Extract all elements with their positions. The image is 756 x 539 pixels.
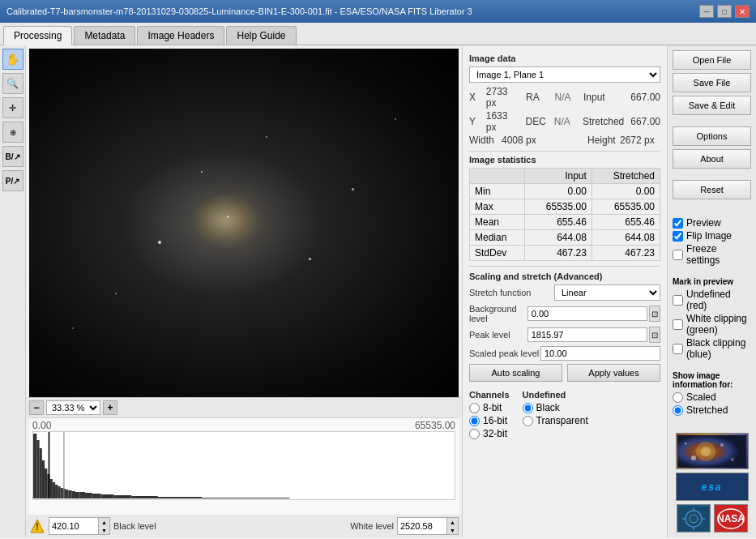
undefined-title: Undefined: [523, 390, 588, 400]
freeze-settings-checkbox[interactable]: [673, 250, 683, 260]
preview-checkbox[interactable]: [673, 218, 683, 229]
x-label: X: [469, 92, 480, 103]
black-level-label: Black level: [113, 521, 156, 531]
undefined-red-checkbox[interactable]: [673, 295, 683, 306]
stretched-radio-label: Stretched: [686, 404, 728, 416]
undefined-col: Undefined Black Transparent: [523, 387, 588, 441]
scaled-radio-label: Scaled: [686, 391, 716, 403]
stretch-function-row: Stretch function Linear: [469, 284, 660, 301]
svg-rect-13: [68, 490, 71, 498]
stat-stretched: 644.08: [592, 230, 660, 246]
zoom-select[interactable]: 33.33 % 50% 100%: [46, 400, 100, 415]
options-button[interactable]: Options: [673, 126, 751, 146]
tab-image-headers[interactable]: Image Headers: [137, 26, 224, 45]
color-tool-button[interactable]: ⊕: [2, 122, 23, 143]
zoom-out-button[interactable]: −: [29, 400, 44, 415]
channel-16bit-radio[interactable]: [469, 416, 480, 426]
stat-input: 65535.00: [525, 199, 592, 215]
svg-rect-12: [66, 490, 68, 498]
channel-32bit-radio[interactable]: [469, 429, 480, 439]
table-row: Median 644.08 644.08: [470, 230, 660, 246]
white-level-input[interactable]: 2520.58: [398, 520, 446, 533]
black-level-input-wrap: 420.10 ▲ ▼: [49, 517, 110, 535]
svg-rect-22: [158, 497, 202, 498]
undefined-red-label: Undefined (red): [686, 289, 751, 311]
dec-label: DEC: [526, 116, 548, 127]
content-area: ✋ 🔍 ✛ ⊕ B/↗ P/↗: [0, 45, 756, 537]
save-edit-button[interactable]: Save & Edit: [673, 96, 751, 115]
maximize-button[interactable]: □: [717, 5, 732, 18]
undefined-transparent-radio[interactable]: [523, 416, 533, 426]
crosshair-tool-button[interactable]: ✛: [2, 97, 23, 118]
auto-apply-row: Auto scaling Apply values: [469, 364, 660, 382]
image-section: − 33.33 % 50% 100% + 0.00 65535.00: [26, 45, 462, 537]
histogram-canvas: [32, 431, 455, 500]
stat-stretched: 65535.00: [592, 199, 660, 215]
scaling-section: Scaling and stretch (Advanced) Stretch f…: [469, 272, 660, 382]
scaled-radio[interactable]: [673, 392, 683, 403]
auto-scaling-button[interactable]: Auto scaling: [469, 364, 562, 382]
title-bar: Calibrated-T7-barsmonster-m78-20131029-0…: [0, 0, 756, 23]
image-plane-select[interactable]: Image 1, Plane 1: [469, 66, 660, 83]
image-viewport: [29, 49, 459, 397]
channel-8bit-radio[interactable]: [469, 403, 480, 413]
svg-rect-18: [92, 494, 101, 498]
reset-button[interactable]: Reset: [673, 180, 751, 199]
svg-rect-4: [45, 468, 47, 498]
channel-32bit-row: 32-bit: [469, 428, 510, 439]
white-level-down-button[interactable]: ▼: [446, 526, 458, 534]
peak-level-auto-button[interactable]: ⊡: [649, 327, 660, 343]
black-level-input[interactable]: 420.10: [49, 520, 98, 533]
black-level-down-button[interactable]: ▼: [98, 526, 109, 534]
svg-rect-3: [42, 460, 45, 498]
stat-label: StdDev: [470, 246, 525, 261]
svg-rect-6: [50, 479, 53, 498]
minimize-button[interactable]: ─: [699, 5, 714, 18]
nasa-logo: NASA: [714, 504, 748, 533]
channels-title: Channels: [469, 390, 510, 400]
background-level-input[interactable]: [527, 306, 647, 321]
background-level-auto-button[interactable]: ⊡: [649, 306, 660, 322]
col-input: Input: [525, 169, 592, 184]
peak-level-row: Peak level ⊡: [469, 327, 660, 343]
white-level-label: White level: [350, 521, 394, 531]
white-clipping-checkbox[interactable]: [673, 319, 683, 330]
svg-rect-23: [202, 498, 289, 498]
black-clipping-row: Black clipping (blue): [673, 337, 751, 360]
white-level-up-button[interactable]: ▲: [446, 518, 458, 526]
black-clipping-label: Black clipping (blue): [686, 337, 751, 360]
tab-help-guide[interactable]: Help Guide: [226, 26, 296, 45]
width-value: 4008 px: [502, 135, 542, 146]
stat-label: Median: [470, 230, 525, 246]
save-file-button[interactable]: Save File: [673, 73, 751, 92]
black-clipping-checkbox[interactable]: [673, 344, 683, 354]
b-tool-button[interactable]: B/↗: [2, 146, 23, 167]
scaled-peak-input[interactable]: [540, 346, 660, 361]
peak-level-input[interactable]: [527, 327, 647, 342]
window-controls: ─ □ ✕: [699, 5, 750, 18]
col-stretched: Stretched: [592, 169, 660, 184]
table-row: Min 0.00 0.00: [470, 184, 660, 199]
about-button[interactable]: About: [673, 149, 751, 169]
stretched-radio[interactable]: [673, 405, 683, 416]
channels-col: Channels 8-bit 16-bit 32-bit: [469, 387, 510, 441]
image-statistics-title: Image statistics: [469, 155, 660, 165]
flip-image-checkbox[interactable]: [673, 231, 683, 242]
tab-processing[interactable]: Processing: [3, 26, 72, 45]
preview-label: Preview: [686, 217, 721, 229]
tab-metadata[interactable]: Metadata: [74, 26, 135, 45]
stat-input: 655.46: [525, 215, 592, 230]
black-level-up-button[interactable]: ▲: [98, 518, 109, 526]
stretch-function-select[interactable]: Linear: [554, 284, 660, 301]
apply-values-button[interactable]: Apply values: [567, 364, 660, 382]
y-value: 1633 px: [486, 110, 519, 133]
p-tool-button[interactable]: P/↗: [2, 170, 23, 191]
close-button[interactable]: ✕: [735, 5, 750, 18]
hand-tool-button[interactable]: ✋: [2, 49, 23, 70]
freeze-settings-row: Freeze settings: [673, 243, 751, 266]
zoom-in-button[interactable]: +: [103, 400, 117, 415]
open-file-button[interactable]: Open File: [673, 50, 751, 70]
zoom-tool-button[interactable]: 🔍: [2, 73, 23, 94]
stat-stretched: 655.46: [592, 215, 660, 230]
undefined-black-radio[interactable]: [523, 403, 533, 413]
